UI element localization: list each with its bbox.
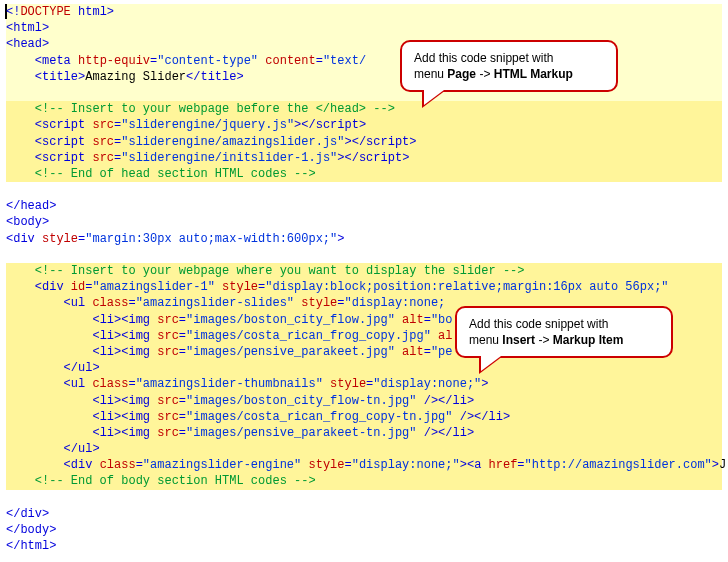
callout2-line1: Add this code snippet with <box>469 317 608 331</box>
callout-tail-icon <box>479 356 503 374</box>
callout1-line1: Add this code snippet with <box>414 51 553 65</box>
code-view: <!DOCTYPE html> <html> <head> <meta http… <box>0 0 728 558</box>
callout-tail-icon <box>422 90 446 108</box>
callout-page-html-markup: Add this code snippet with menu Page -> … <box>400 40 618 92</box>
callout-insert-markup-item: Add this code snippet with menu Insert -… <box>455 306 673 358</box>
